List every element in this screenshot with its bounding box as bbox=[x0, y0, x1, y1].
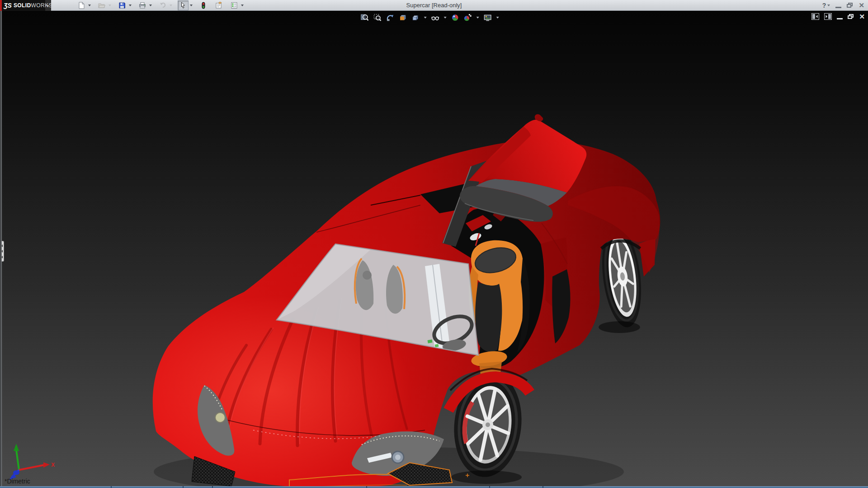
pane-collapse-left-button[interactable] bbox=[811, 13, 819, 20]
select-dropdown[interactable] bbox=[189, 0, 193, 10]
previous-view-icon bbox=[386, 14, 394, 22]
print-button[interactable] bbox=[137, 0, 148, 10]
help-dropdown-caret bbox=[827, 5, 830, 6]
save-floppy-icon bbox=[118, 2, 126, 9]
apply-scene-button[interactable] bbox=[463, 13, 473, 22]
options-button[interactable] bbox=[229, 0, 240, 10]
apply-scene-icon bbox=[464, 14, 472, 22]
zoom-to-area-icon bbox=[373, 14, 382, 22]
statusbar-top-edge bbox=[0, 486, 868, 488]
open-folder-icon bbox=[98, 2, 105, 9]
select-cursor-icon bbox=[179, 2, 187, 9]
zoom-to-fit-button[interactable] bbox=[360, 13, 370, 22]
file-properties-icon bbox=[215, 2, 222, 9]
solidworks-logo-glyph: ƷS bbox=[4, 2, 12, 9]
document-window-controls: ✕ bbox=[811, 13, 865, 20]
new-button[interactable] bbox=[76, 0, 87, 10]
viewport-left-border bbox=[0, 11, 2, 488]
new-document-icon bbox=[78, 2, 85, 9]
rebuild-trafficlight-icon bbox=[200, 2, 207, 9]
appearance-ball-icon bbox=[451, 14, 459, 22]
printer-icon bbox=[139, 2, 146, 9]
solidworks-logo-light: WORKS bbox=[31, 2, 52, 9]
doc-minimize-button[interactable] bbox=[837, 18, 843, 19]
main-toolbar bbox=[76, 0, 249, 11]
solidworks-logo-bold: SOLID bbox=[14, 2, 31, 9]
open-button[interactable] bbox=[96, 0, 107, 10]
view-settings-button[interactable] bbox=[483, 13, 493, 22]
headsup-view-toolbar bbox=[360, 13, 500, 22]
undo-dropdown[interactable] bbox=[168, 0, 173, 10]
eyeglasses-icon bbox=[431, 14, 439, 22]
view-settings-dropdown[interactable] bbox=[495, 13, 500, 22]
solidworks-logo: ƷS SOLIDWORKS bbox=[0, 0, 45, 11]
section-view-button[interactable] bbox=[398, 13, 408, 22]
edit-appearance-button[interactable] bbox=[450, 13, 460, 22]
view-orientation-dropdown[interactable] bbox=[423, 13, 428, 22]
triad-x-label: X bbox=[51, 462, 55, 468]
new-dropdown[interactable] bbox=[87, 0, 92, 10]
rebuild-button[interactable] bbox=[198, 0, 209, 10]
options-dropdown[interactable] bbox=[240, 0, 245, 10]
app-restore-button[interactable] bbox=[847, 3, 853, 8]
save-dropdown[interactable] bbox=[127, 0, 132, 10]
select-button[interactable] bbox=[178, 0, 189, 10]
titlebar: ƷS SOLIDWORKS ▸ bbox=[0, 0, 868, 11]
doc-close-button[interactable]: ✕ bbox=[859, 13, 865, 20]
app-window-controls: ? ✕ bbox=[822, 0, 864, 11]
graphics-viewport[interactable]: ✕ X *Dimetric bbox=[0, 11, 868, 488]
hide-show-items-button[interactable] bbox=[430, 13, 440, 22]
options-checklist-icon bbox=[231, 2, 238, 9]
help-icon: ? bbox=[822, 2, 826, 9]
zoom-to-fit-icon bbox=[361, 14, 369, 22]
app-close-button[interactable]: ✕ bbox=[859, 0, 864, 10]
zoom-to-area-button[interactable] bbox=[373, 13, 382, 22]
section-view-icon bbox=[399, 14, 407, 22]
doc-restore-button[interactable] bbox=[848, 14, 854, 19]
view-orientation-cube-icon bbox=[411, 14, 420, 22]
orientation-triad: X bbox=[7, 443, 57, 481]
print-dropdown[interactable] bbox=[148, 0, 153, 10]
3d-scene[interactable] bbox=[0, 11, 868, 488]
car-model[interactable] bbox=[131, 114, 665, 488]
app-minimize-button[interactable] bbox=[835, 7, 841, 8]
view-settings-icon bbox=[484, 14, 492, 22]
file-properties-button[interactable] bbox=[213, 0, 224, 10]
previous-view-button[interactable] bbox=[385, 13, 395, 22]
view-orientation-status: *Dimetric bbox=[5, 478, 30, 485]
help-button[interactable]: ? bbox=[822, 2, 830, 9]
pane-collapse-right-button[interactable] bbox=[824, 13, 832, 20]
undo-arrow-icon bbox=[159, 2, 166, 9]
hide-show-items-dropdown[interactable] bbox=[443, 13, 448, 22]
save-button[interactable] bbox=[117, 0, 127, 10]
view-orientation-button[interactable] bbox=[410, 13, 420, 22]
open-dropdown[interactable] bbox=[107, 0, 112, 10]
undo-button[interactable] bbox=[157, 0, 168, 10]
apply-scene-dropdown[interactable] bbox=[476, 13, 480, 22]
